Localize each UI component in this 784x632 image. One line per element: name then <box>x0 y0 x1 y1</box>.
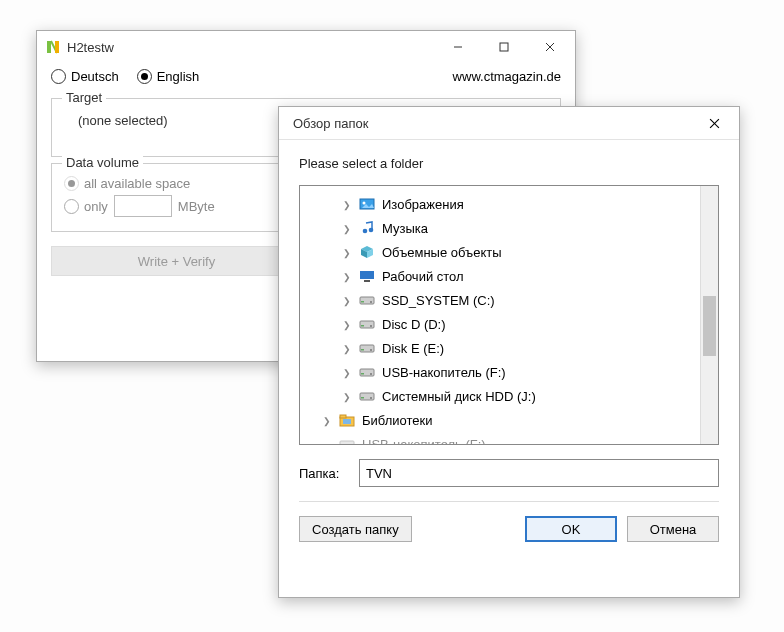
svg-rect-30 <box>340 415 346 418</box>
dialog-titlebar: Обзор папок <box>279 107 739 140</box>
separator <box>299 501 719 502</box>
svg-rect-18 <box>361 325 364 327</box>
expand-icon[interactable]: ❯ <box>342 271 352 282</box>
cube-icon <box>358 244 376 260</box>
titlebar: H2testw <box>37 31 575 63</box>
pictures-icon <box>358 196 376 212</box>
radio-label: only <box>84 199 108 214</box>
dialog-prompt: Please select a folder <box>279 140 739 185</box>
tree-item-label: Системный диск HDD (J:) <box>382 389 536 404</box>
language-row: Deutsch English www.ctmagazin.de <box>37 63 575 94</box>
svg-rect-20 <box>360 345 374 352</box>
svg-rect-12 <box>360 271 374 279</box>
tree-item-label: Рабочий стол <box>382 269 464 284</box>
tree-item[interactable]: ❯USB-накопитель (F:) <box>300 360 718 384</box>
group-label: Data volume <box>62 155 143 170</box>
svg-rect-32 <box>340 441 354 445</box>
radio-label: English <box>157 69 200 84</box>
folder-input-row: Папка: <box>299 459 719 487</box>
expand-icon[interactable]: ❯ <box>342 391 352 402</box>
new-folder-button[interactable]: Создать папку <box>299 516 412 542</box>
disk-icon <box>338 436 356 445</box>
svg-point-10 <box>363 229 368 234</box>
svg-rect-13 <box>364 280 370 282</box>
folder-input[interactable] <box>359 459 719 487</box>
expand-icon[interactable]: ❯ <box>342 199 352 210</box>
app-icon <box>45 39 61 55</box>
disk-icon <box>358 340 376 356</box>
tree-item-label: Disk E (E:) <box>382 341 444 356</box>
tree-item[interactable]: ❯Рабочий стол <box>300 264 718 288</box>
svg-rect-3 <box>500 43 508 51</box>
svg-point-11 <box>369 228 374 233</box>
folder-tree: ❯Изображения❯Музыка❯Объемные объекты❯Раб… <box>299 185 719 445</box>
radio-english[interactable]: English <box>137 69 200 84</box>
tree-item-label: Объемные объекты <box>382 245 502 260</box>
mbyte-input[interactable] <box>114 195 172 217</box>
libraries-icon <box>338 412 356 428</box>
expand-icon[interactable]: ❯ <box>342 295 352 306</box>
disk-icon <box>358 316 376 332</box>
tree-item-label: USB-накопитель (F:) <box>382 365 506 380</box>
write-verify-button[interactable]: Write + Verify <box>51 246 302 276</box>
svg-rect-31 <box>343 419 351 424</box>
dialog-title: Обзор папок <box>287 116 368 131</box>
tree-item-label: Disc D (D:) <box>382 317 446 332</box>
desktop-icon <box>358 268 376 284</box>
disk-icon <box>358 388 376 404</box>
radio-deutsch[interactable]: Deutsch <box>51 69 119 84</box>
svg-rect-0 <box>47 41 51 53</box>
expand-icon[interactable]: ❯ <box>342 367 352 378</box>
expand-icon[interactable]: ❯ <box>322 415 332 426</box>
tree-item-label: SSD_SYSTEM (C:) <box>382 293 495 308</box>
minimize-button[interactable] <box>435 32 481 62</box>
expand-icon[interactable]: ❯ <box>342 247 352 258</box>
radio-icon <box>64 199 79 214</box>
dialog-buttons: Создать папку OK Отмена <box>299 516 719 542</box>
expand-icon[interactable]: ❯ <box>342 223 352 234</box>
svg-point-28 <box>370 397 372 399</box>
tree-item-label: Изображения <box>382 197 464 212</box>
svg-point-22 <box>370 349 372 351</box>
radio-icon <box>137 69 152 84</box>
cancel-button[interactable]: Отмена <box>627 516 719 542</box>
expand-icon[interactable]: ❯ <box>342 343 352 354</box>
tree-item[interactable]: ❯SSD_SYSTEM (C:) <box>300 288 718 312</box>
group-label: Target <box>62 90 106 105</box>
browse-folder-dialog: Обзор папок Please select a folder ❯Изоб… <box>278 106 740 598</box>
disk-icon <box>358 364 376 380</box>
dialog-close-button[interactable] <box>691 108 737 138</box>
expand-icon[interactable]: ❯ <box>342 319 352 330</box>
maximize-button[interactable] <box>481 32 527 62</box>
site-link[interactable]: www.ctmagazin.de <box>453 69 561 84</box>
svg-rect-24 <box>361 373 364 375</box>
svg-rect-27 <box>361 397 364 399</box>
tree-item[interactable]: ❯Системный диск HDD (J:) <box>300 384 718 408</box>
tree-item[interactable]: ❯Библиотеки <box>300 408 718 432</box>
tree-item[interactable]: ❯Музыка <box>300 216 718 240</box>
svg-rect-17 <box>360 321 374 328</box>
tree-item[interactable]: ❯Disk E (E:) <box>300 336 718 360</box>
tree-item[interactable]: ❯Изображения <box>300 192 718 216</box>
svg-rect-14 <box>360 297 374 304</box>
svg-point-9 <box>363 202 366 205</box>
tree-item-label: Библиотеки <box>362 413 432 428</box>
disk-icon <box>358 292 376 308</box>
tree-scrollbar[interactable] <box>700 186 718 444</box>
mbyte-unit: MByte <box>178 199 215 214</box>
scrollbar-thumb[interactable] <box>703 296 716 356</box>
close-button[interactable] <box>527 32 573 62</box>
tree-item-label: USB-накопитель (F:) <box>362 437 486 446</box>
tree-item[interactable]: ❯Disc D (D:) <box>300 312 718 336</box>
music-icon <box>358 220 376 236</box>
tree-item[interactable]: ❯Объемные объекты <box>300 240 718 264</box>
radio-label: Deutsch <box>71 69 119 84</box>
svg-rect-26 <box>360 393 374 400</box>
window-title: H2testw <box>67 40 114 55</box>
svg-point-16 <box>370 301 372 303</box>
tree-item[interactable]: USB-накопитель (F:) <box>300 432 718 445</box>
ok-button[interactable]: OK <box>525 516 617 542</box>
radio-icon <box>64 176 79 191</box>
folder-input-label: Папка: <box>299 466 359 481</box>
tree-item-label: Музыка <box>382 221 428 236</box>
